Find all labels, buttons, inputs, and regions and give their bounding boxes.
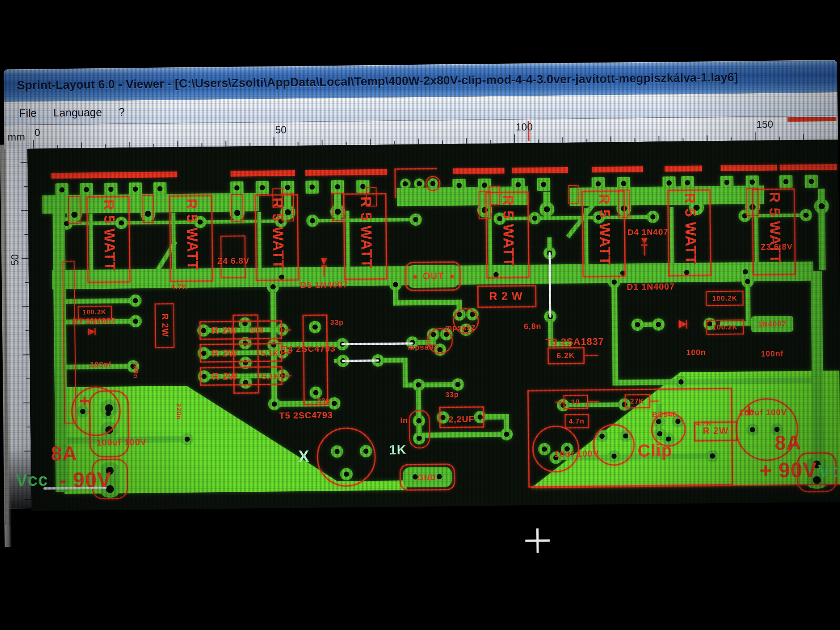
svg-text:R 5 WATT: R 5 WATT: [101, 200, 119, 272]
svg-text:T5 2SC4793: T5 2SC4793: [279, 410, 333, 420]
svg-text:100uf 100V: 100uf 100V: [739, 407, 788, 417]
svg-text:8A: 8A: [51, 442, 77, 465]
monitor-screen: Sprint-Layout 6.0 - Viewer - [C:\Users\Z…: [0, 0, 840, 630]
svg-text:R 5 WATT: R 5 WATT: [766, 192, 784, 264]
svg-text:6.2K: 6.2K: [556, 351, 575, 360]
svg-text:220n: 220n: [175, 403, 183, 420]
svg-text:mpsa92: mpsa92: [408, 343, 438, 352]
pcb-canvas[interactable]: R 5 WATTR 5 WATTR 5 WATTR 5 WATTR 5 WATT…: [0, 0, 840, 630]
svg-text:Vcc: Vcc: [16, 470, 49, 490]
svg-text:- 90V: - 90V: [59, 468, 112, 492]
svg-text:R 5 WATT: R 5 WATT: [682, 193, 700, 265]
svg-text:D5 1N4007: D5 1N4007: [300, 280, 348, 290]
svg-text:Z3 6.8V: Z3 6.8V: [760, 242, 793, 252]
svg-text:Z4 6.8V: Z4 6.8V: [217, 256, 250, 266]
svg-text:100.2K: 100.2K: [82, 308, 106, 316]
svg-text:R 5 WATT: R 5 WATT: [596, 194, 614, 266]
svg-text:Clip: Clip: [637, 441, 672, 460]
svg-text:R 2W: R 2W: [212, 347, 238, 359]
svg-text:100: 100: [250, 326, 264, 335]
svg-text:R 2 W: R 2 W: [489, 289, 523, 303]
ruler-corner-unit: mm: [4, 125, 29, 149]
svg-text:mpsa92: mpsa92: [445, 323, 476, 332]
svg-text:R 2W: R 2W: [212, 325, 238, 336]
svg-text:100n: 100n: [132, 362, 140, 378]
svg-text:33p: 33p: [317, 397, 331, 404]
svg-text:33p: 33p: [445, 391, 459, 398]
svg-text:6,8n: 6,8n: [524, 322, 541, 330]
svg-text:4.7K: 4.7K: [171, 283, 188, 290]
svg-text:R 2W: R 2W: [703, 425, 728, 437]
svg-text:In: In: [400, 416, 408, 425]
cursor-cross: [525, 528, 550, 553]
svg-text:R 2W: R 2W: [160, 313, 170, 337]
svg-text:BC546: BC546: [652, 410, 677, 419]
svg-text:8A: 8A: [774, 431, 801, 454]
svg-text:2,2UF: 2,2UF: [448, 414, 475, 424]
svg-text:X: X: [298, 447, 310, 466]
svg-text:GND: GND: [417, 473, 436, 482]
svg-text:100.2K: 100.2K: [712, 294, 738, 302]
svg-text:5,1K: 5,1K: [261, 349, 279, 357]
svg-text:R 5 WATT: R 5 WATT: [500, 195, 518, 267]
svg-text:100uf 100V: 100uf 100V: [97, 437, 147, 447]
svg-text:100nf: 100nf: [761, 349, 784, 358]
svg-text:4.7n: 4.7n: [568, 417, 584, 425]
svg-text:27K: 27K: [630, 397, 644, 405]
svg-text:10: 10: [571, 398, 580, 406]
svg-text:D1 1N4007: D1 1N4007: [626, 281, 675, 291]
svg-text:10uf 100V: 10uf 100V: [554, 448, 599, 458]
svg-text:5,1K: 5,1K: [262, 372, 280, 381]
svg-text:R 5 WATT: R 5 WATT: [270, 197, 287, 270]
svg-text:100nf: 100nf: [90, 360, 112, 369]
svg-text:1N4007: 1N4007: [758, 320, 787, 329]
svg-text:R 5 WATT: R 5 WATT: [184, 198, 201, 270]
svg-text:R 2W: R 2W: [212, 371, 238, 382]
svg-text:D7 1N4007: D7 1N4007: [72, 316, 116, 326]
svg-text:T4 2SC4793: T4 2SC4793: [282, 343, 336, 354]
svg-text:Vcc: Vcc: [818, 461, 840, 480]
svg-text:+ 90V: + 90V: [760, 458, 817, 482]
svg-text:100n: 100n: [686, 348, 706, 357]
svg-text:R 5 WATT: R 5 WATT: [358, 196, 375, 269]
svg-text:100.2K: 100.2K: [712, 323, 738, 331]
svg-text:OUT: OUT: [423, 270, 444, 282]
svg-text:D4 1N407: D4 1N407: [627, 227, 668, 237]
svg-text:1K: 1K: [389, 442, 407, 457]
svg-text:33p: 33p: [330, 318, 344, 326]
svg-text:T3 2SA1837: T3 2SA1837: [546, 336, 604, 348]
